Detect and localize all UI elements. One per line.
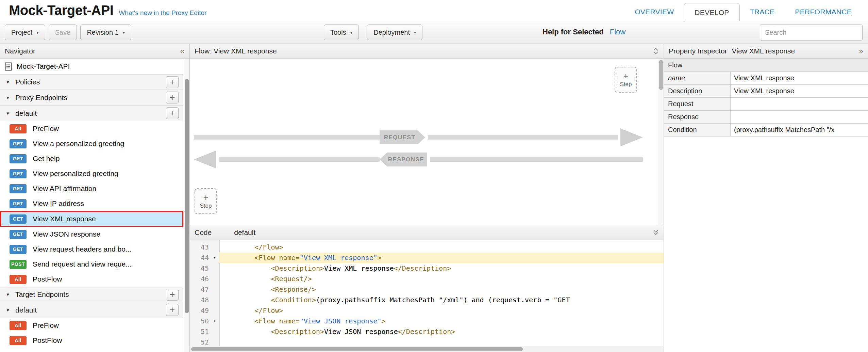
add-flow-button[interactable]: + [166, 107, 179, 119]
nav-flow-item[interactable]: POSTSend request and view reque... [0, 257, 183, 272]
deployment-menu-button[interactable]: Deployment ▾ [367, 25, 422, 40]
code-line[interactable]: 44▾ <Flow name="View XML response"> [190, 253, 664, 263]
response-flow-bar [219, 157, 380, 162]
tools-menu-button[interactable]: Tools ▾ [324, 25, 359, 40]
add-step-request-button[interactable]: + Step [615, 67, 637, 93]
project-menu-button[interactable]: Project ▾ [5, 25, 45, 40]
policies-section-label: Policies [15, 78, 40, 86]
add-target-flow-button[interactable]: + [166, 304, 179, 316]
collapse-navigator-icon[interactable]: « [180, 47, 185, 55]
property-value[interactable]: View XML response [731, 72, 868, 84]
property-label: Response [664, 111, 731, 123]
collapse-inspector-icon[interactable]: » [859, 47, 863, 55]
flow-panel-header: Flow: View XML response [190, 44, 664, 59]
line-number: 50 [190, 316, 210, 326]
nav-flow-item[interactable]: AllPostFlow [0, 333, 183, 348]
nav-flow-item-selected[interactable]: GETView XML response [0, 211, 183, 227]
nav-flow-item[interactable]: AllPostFlow [0, 272, 183, 287]
nav-section-policies[interactable]: ▾ Policies + [0, 74, 183, 90]
nav-flow-item[interactable]: GETGet help [0, 151, 183, 166]
code-line[interactable]: 49 </Flow> [190, 305, 664, 316]
line-number: 47 [190, 284, 210, 295]
code-line-text: <Flow name="View XML response"> [219, 253, 664, 263]
help-flow-link[interactable]: Flow [610, 28, 625, 36]
code-editor[interactable]: 43 </Flow>44▾ <Flow name="View XML respo… [190, 240, 664, 352]
method-badge: GET [10, 154, 27, 163]
target-flow-list: AllPreFlowAllPostFlow [0, 318, 183, 348]
add-proxy-endpoint-button[interactable]: + [166, 92, 179, 103]
search-input[interactable] [760, 25, 863, 41]
code-horizontal-scrollbar[interactable] [190, 346, 664, 352]
code-line-text: <Flow name="View JSON response"> [219, 316, 664, 326]
nav-item-proxy-root[interactable]: Mock-Target-API [0, 59, 183, 74]
disclosure-triangle-icon[interactable]: ▾ [5, 291, 11, 298]
code-line[interactable]: 50▾ <Flow name="View JSON response"> [190, 316, 664, 326]
tab-overview[interactable]: OVERVIEW [624, 3, 684, 21]
navigator-title: Navigator [5, 47, 35, 55]
fold-caret-icon[interactable]: ▾ [210, 253, 219, 263]
property-section-header: Flow [664, 59, 868, 72]
nav-section-proxy-default[interactable]: ▾ default + [0, 106, 183, 121]
add-step-response-button[interactable]: + Step [195, 188, 217, 214]
line-number: 46 [190, 274, 210, 284]
code-line-text: <Request/> [219, 274, 664, 284]
property-value[interactable] [731, 98, 868, 110]
proxy-endpoints-section-label: Proxy Endpoints [15, 94, 67, 102]
collapse-expand-vertical-icon[interactable] [653, 47, 659, 55]
scrollbar-thumb[interactable] [659, 60, 663, 90]
code-tab-default[interactable]: default [234, 228, 255, 237]
nav-flow-item[interactable]: GETView IP address [0, 196, 183, 211]
code-line[interactable]: 48 <Condition>(proxy.pathsuffix MatchesP… [190, 295, 664, 305]
code-line[interactable]: 43 </Flow> [190, 242, 664, 253]
nav-section-target-endpoints[interactable]: ▾ Target Endpoints + [0, 287, 183, 302]
code-line[interactable]: 51 <Description>View JSON response</Desc… [190, 326, 664, 337]
scrollbar-thumb[interactable] [191, 347, 523, 351]
revision-menu-button[interactable]: Revision 1 ▾ [80, 25, 131, 40]
main-tabs: OVERVIEW DEVELOP TRACE PERFORMANCE [624, 3, 862, 21]
property-value[interactable]: (proxy.pathsuffix MatchesPath "/x [731, 124, 868, 136]
nav-section-target-default[interactable]: ▾ default + [0, 302, 183, 318]
nav-section-proxy-endpoints[interactable]: ▾ Proxy Endpoints + [0, 90, 183, 106]
method-badge: All [10, 275, 27, 284]
double-chevron-down-icon[interactable] [653, 229, 659, 236]
nav-flow-item[interactable]: GETView a personalized greeting [0, 136, 183, 151]
fold-caret-icon[interactable]: ▾ [210, 316, 219, 326]
method-badge: GET [10, 245, 27, 254]
step-button-label: Step [620, 81, 632, 88]
property-row: Request [664, 98, 868, 111]
nav-flow-item[interactable]: GETView JSON response [0, 227, 183, 242]
deployment-menu-label: Deployment [373, 29, 410, 36]
property-value[interactable]: View XML response [731, 85, 868, 97]
flow-canvas: + Step REQUEST RESPONSE + Step [190, 59, 664, 225]
save-button[interactable]: Save [49, 25, 77, 40]
navigator-body: Mock-Target-API ▾ Policies + ▾ Proxy End… [0, 59, 189, 352]
project-menu-label: Project [11, 29, 32, 36]
nav-flow-item[interactable]: GETView request headers and bo... [0, 242, 183, 257]
nav-flow-item[interactable]: AllPreFlow [0, 121, 183, 136]
disclosure-triangle-icon[interactable]: ▾ [5, 307, 11, 313]
property-value[interactable] [731, 111, 868, 123]
property-label: Request [664, 98, 731, 110]
add-target-endpoint-button[interactable]: + [166, 289, 179, 301]
navigator-scrollbar[interactable] [184, 59, 189, 352]
disclosure-triangle-icon[interactable]: ▾ [5, 110, 11, 116]
response-arrow-icon [194, 150, 216, 169]
method-badge: GET [10, 230, 27, 239]
code-line[interactable]: 46 <Request/> [190, 274, 664, 284]
scrollbar-thumb[interactable] [185, 79, 189, 313]
whats-new-link[interactable]: What's new in the Proxy Editor [119, 9, 206, 17]
nav-flow-item[interactable]: GETView API affirmation [0, 181, 183, 196]
target-default-label: default [15, 306, 37, 314]
disclosure-triangle-icon[interactable]: ▾ [5, 95, 11, 101]
disclosure-triangle-icon[interactable]: ▾ [5, 79, 11, 85]
tab-trace[interactable]: TRACE [740, 3, 785, 21]
code-line[interactable]: 47 <Response/> [190, 284, 664, 295]
response-flow-label: RESPONSE [380, 153, 427, 166]
tab-performance[interactable]: PERFORMANCE [785, 3, 862, 21]
nav-flow-item[interactable]: AllPreFlow [0, 318, 183, 333]
flow-canvas-scrollbar[interactable] [658, 59, 664, 225]
add-policy-button[interactable]: + [166, 76, 179, 88]
nav-flow-item[interactable]: GETView personalized greeting [0, 166, 183, 181]
tab-develop[interactable]: DEVELOP [684, 3, 739, 21]
code-line[interactable]: 45 <Description>View XML response</Descr… [190, 263, 664, 274]
